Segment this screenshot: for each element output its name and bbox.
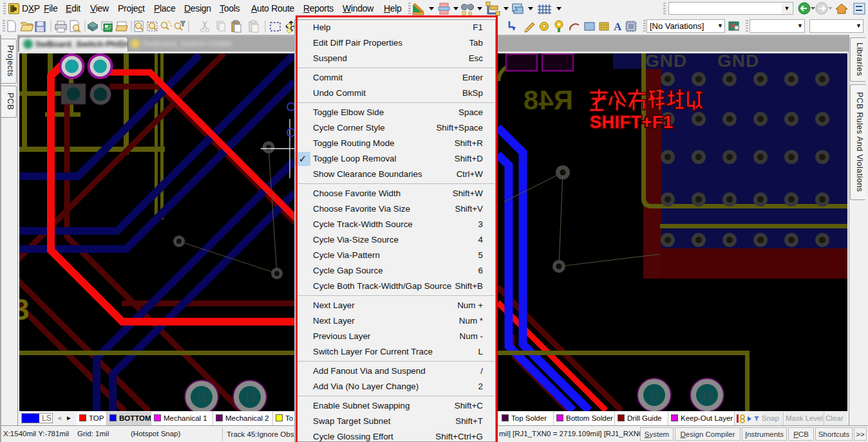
svg-text:R48: R48: [524, 85, 573, 115]
svg-text:A: A: [614, 21, 622, 33]
svg-text:12: 12: [244, 391, 256, 403]
svg-text:11: 11: [648, 389, 660, 401]
svg-text:GND: GND: [717, 53, 759, 71]
svg-text:SHIFT+F1: SHIFT+F1: [590, 113, 673, 132]
svg-text:12: 12: [701, 389, 713, 401]
svg-text:3: 3: [19, 293, 30, 326]
svg-text:GND: GND: [645, 53, 687, 71]
svg-text:11: 11: [196, 391, 207, 403]
